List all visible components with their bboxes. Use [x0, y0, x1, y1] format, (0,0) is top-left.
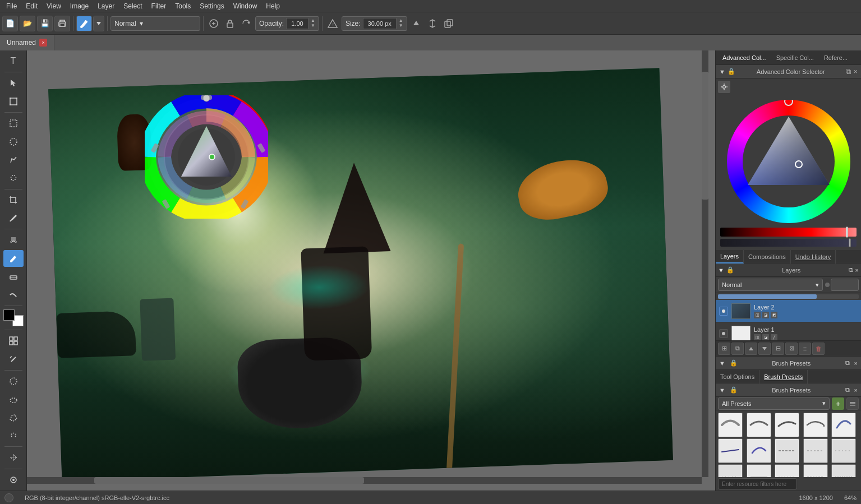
menu-layer[interactable]: Layer	[94, 1, 118, 11]
brush-filter-input[interactable]	[718, 478, 797, 489]
delete-layer-btn[interactable]: 🗑	[812, 343, 825, 355]
brush-section-lock-icon[interactable]: 🔒	[730, 386, 738, 394]
brush-tool[interactable]	[3, 250, 24, 267]
layer-2-visibility[interactable]	[719, 307, 728, 316]
layers-expand-icon[interactable]: ▼	[718, 267, 724, 274]
color-selector-settings-btn[interactable]	[718, 81, 730, 93]
undo-history-tab[interactable]: Undo History	[791, 250, 836, 263]
brush-preset-1[interactable]	[718, 413, 743, 437]
layers-lock-icon[interactable]: 🔒	[726, 266, 734, 274]
brush-preset-5[interactable]	[831, 413, 856, 437]
panel-wheel-container[interactable]	[727, 100, 850, 223]
color-selector-expand-icon[interactable]: ▼	[719, 68, 725, 75]
brush-section-float-btn[interactable]: ⧉	[845, 386, 850, 394]
brush-preset-9[interactable]	[803, 438, 828, 463]
open-button[interactable]: 📂	[20, 16, 35, 31]
color-wheel-overlay[interactable]	[145, 95, 268, 219]
brush-settings[interactable]	[93, 16, 104, 31]
brush-settings-btn[interactable]	[846, 397, 859, 410]
opacity-spinner[interactable]: ▲ ▼	[311, 19, 315, 28]
layer-opacity-slider[interactable]	[831, 279, 859, 291]
wand-tool[interactable]	[3, 350, 24, 367]
brush-preset-10[interactable]	[831, 438, 856, 463]
color-selector-lock-icon[interactable]: 🔒	[728, 68, 735, 75]
brush-preset-15[interactable]	[831, 464, 856, 477]
freeform-tool[interactable]	[3, 151, 24, 168]
menu-file[interactable]: File	[2, 1, 21, 11]
vertical-scrollbar-thumb[interactable]	[702, 72, 708, 200]
brush-tool-active[interactable]	[76, 16, 92, 31]
menu-select[interactable]: Select	[119, 1, 146, 11]
lock-alpha-button[interactable]	[223, 16, 237, 31]
specific-color-tab[interactable]: Specific Col...	[772, 53, 818, 62]
move-tool[interactable]	[3, 449, 24, 466]
canvas-area[interactable]	[27, 50, 715, 491]
circle-tool[interactable]	[3, 373, 24, 390]
warning-button[interactable]: !	[325, 16, 340, 31]
layer-blend-mode-dropdown[interactable]: Normal ▾	[718, 279, 823, 291]
ellipse-tool[interactable]	[3, 391, 24, 408]
brush-preset-7[interactable]	[747, 438, 771, 463]
save-button[interactable]: 💾	[37, 16, 53, 31]
menu-help[interactable]: Help	[262, 1, 284, 11]
layer-mask-btn[interactable]: ⊠	[785, 343, 798, 355]
smear-tool[interactable]	[3, 286, 24, 303]
layers-close-btn[interactable]: ×	[855, 267, 859, 274]
layer-item-1[interactable]: Layer 1 ◫ ◪ ╱	[716, 322, 861, 340]
size-input[interactable]	[363, 18, 397, 29]
brush-preset-12[interactable]	[747, 464, 771, 477]
brush-float-btn[interactable]: ⧉	[845, 359, 850, 367]
brush-presets-tab[interactable]: Brush Presets	[759, 370, 808, 383]
layer-list[interactable]: Layer 2 ◫ ◪ ◩ Layer 1	[716, 300, 861, 340]
fill-tool[interactable]	[3, 232, 24, 248]
layer-filter-btn[interactable]: ≡	[799, 343, 811, 355]
color-dark-handle[interactable]	[849, 238, 851, 247]
layers-float-btn[interactable]: ⧉	[849, 266, 853, 274]
grid-tool[interactable]	[3, 332, 24, 349]
color-selector-close-btn[interactable]: ×	[853, 67, 858, 76]
polygon-tool[interactable]	[3, 409, 24, 426]
brush-preset-14[interactable]	[803, 464, 828, 477]
crop-tool[interactable]	[3, 191, 24, 208]
layer-merge-btn[interactable]: ⊟	[772, 343, 784, 355]
color-wheel-svg[interactable]	[145, 95, 268, 219]
rectangle-select-tool[interactable]	[3, 115, 24, 132]
transform-tool[interactable]	[3, 93, 24, 110]
size-spinner[interactable]: ▲ ▼	[399, 19, 403, 28]
refill-button[interactable]	[206, 16, 221, 31]
menu-view[interactable]: View	[43, 1, 65, 11]
copy-button[interactable]	[441, 16, 456, 31]
color-value-bar[interactable]	[720, 228, 857, 237]
brush-lock-icon[interactable]: 🔒	[730, 359, 738, 367]
brush-preset-4[interactable]	[803, 413, 828, 437]
brush-section-expand-icon[interactable]: ▼	[719, 387, 725, 394]
opacity-input[interactable]	[286, 18, 309, 29]
layer-item-2[interactable]: Layer 2 ◫ ◪ ◩	[716, 300, 861, 322]
multibrush-tool[interactable]	[3, 471, 24, 488]
eyedropper-tool[interactable]	[3, 210, 24, 226]
copy-layer-btn[interactable]: ⧉	[731, 343, 744, 355]
foreground-color-swatch[interactable]	[3, 309, 15, 321]
print-button[interactable]	[54, 16, 70, 31]
eraser-tool[interactable]	[3, 268, 24, 285]
arrow-button[interactable]	[409, 16, 423, 31]
freeselect-tool[interactable]	[3, 427, 24, 444]
brush-preset-8[interactable]	[775, 438, 799, 463]
mirror-button[interactable]	[425, 16, 440, 31]
reference-tab[interactable]: Refere...	[819, 53, 852, 62]
brush-close-btn[interactable]: ×	[854, 360, 858, 367]
brush-preset-2[interactable]	[747, 413, 771, 437]
blend-mode-dropdown[interactable]: Normal ▾	[110, 16, 200, 31]
status-icon[interactable]	[4, 493, 13, 502]
brush-preset-dropdown[interactable]: All Presets ▾	[718, 397, 830, 410]
tool-options-tab[interactable]: Tool Options	[716, 370, 759, 383]
text-tool[interactable]: T	[3, 53, 24, 70]
pointer-tool[interactable]	[3, 75, 24, 91]
lasso-tool[interactable]	[3, 169, 24, 186]
color-dark-bar[interactable]	[720, 239, 857, 247]
horizontal-scrollbar-thumb[interactable]	[94, 477, 364, 484]
panel-color-wheel[interactable]	[716, 95, 861, 228]
brush-preset-6[interactable]	[718, 438, 743, 463]
menu-image[interactable]: Image	[66, 1, 93, 11]
menu-tools[interactable]: Tools	[171, 1, 195, 11]
